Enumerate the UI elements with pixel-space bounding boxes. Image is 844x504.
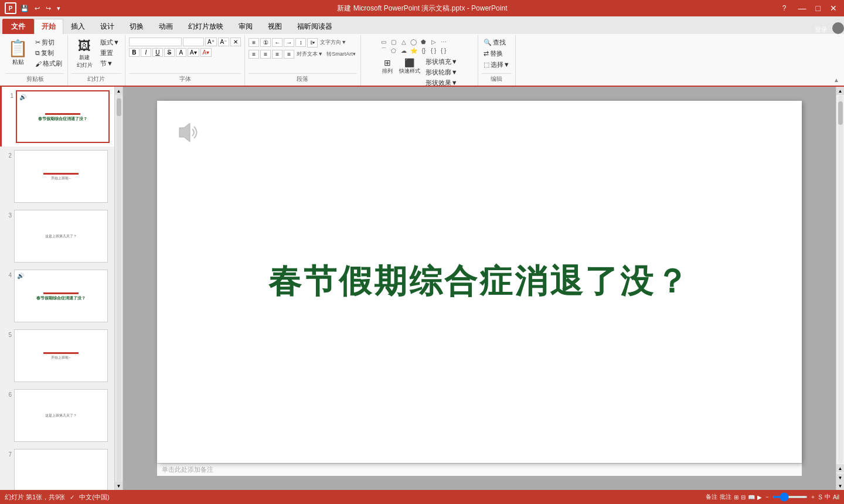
tab-review[interactable]: 审阅 bbox=[231, 19, 260, 34]
shape-item[interactable]: ⭐ bbox=[409, 46, 418, 55]
tab-insert[interactable]: 插入 bbox=[63, 19, 93, 34]
shape-effects-btn[interactable]: 形状效果▼ bbox=[424, 78, 460, 87]
slide-thumb-2[interactable]: 2 开始上班啦~ bbox=[0, 147, 122, 206]
undo-quick-btn[interactable]: ↩ bbox=[33, 4, 42, 13]
tab-file[interactable]: 文件 bbox=[2, 19, 34, 34]
font-size-input[interactable] bbox=[183, 38, 204, 46]
slide-sorter-btn[interactable]: ⊟ bbox=[741, 494, 746, 500]
align-center-btn[interactable]: ≡ bbox=[260, 50, 271, 59]
shape-item[interactable]: ⬟ bbox=[419, 38, 428, 46]
tab-design[interactable]: 设计 bbox=[93, 19, 122, 34]
right-scroll-thumb[interactable] bbox=[838, 101, 843, 125]
right-scroll-next[interactable]: ▼ bbox=[836, 474, 845, 482]
slide-audio-icon[interactable] bbox=[175, 118, 203, 152]
normal-view-btn[interactable]: ⊞ bbox=[734, 494, 738, 500]
tab-view[interactable]: 视图 bbox=[260, 19, 290, 34]
section-button[interactable]: 节▼ bbox=[98, 59, 121, 69]
shape-item[interactable]: ⋯ bbox=[439, 38, 448, 46]
align-text-btn[interactable]: 对齐文本▼ bbox=[295, 49, 324, 59]
notes-status-btn[interactable]: 备注 bbox=[706, 493, 717, 501]
strikethrough-btn[interactable]: S bbox=[164, 48, 175, 57]
slide-canvas[interactable]: 春节假期综合症消退了没？ bbox=[157, 101, 802, 463]
close-btn[interactable]: ✕ bbox=[828, 4, 839, 13]
text-direction-btn[interactable]: 文字方向▼ bbox=[319, 38, 348, 47]
collapse-ribbon-btn[interactable]: ▲ bbox=[833, 77, 839, 83]
align-left-btn[interactable]: ≡ bbox=[249, 50, 259, 59]
shape-item[interactable]: { } bbox=[429, 46, 438, 55]
right-scroll-up[interactable]: ▲ bbox=[836, 87, 845, 95]
right-scroll-down[interactable]: ▼ bbox=[836, 482, 845, 490]
char-spacing-btn[interactable]: A▾ bbox=[188, 48, 199, 57]
shape-item[interactable]: { } bbox=[439, 46, 448, 55]
shape-item[interactable]: ⬠ bbox=[389, 46, 399, 55]
reading-view-btn[interactable]: 📖 bbox=[748, 494, 755, 500]
tab-transitions[interactable]: 切换 bbox=[122, 19, 151, 34]
select-button[interactable]: ⬚ 选择▼ bbox=[482, 60, 512, 70]
slide-panel-scroll-down[interactable]: ▼ bbox=[115, 482, 123, 490]
increase-font-btn[interactable]: A⁺ bbox=[205, 38, 217, 46]
zoom-in-btn[interactable]: ＋ bbox=[810, 493, 816, 501]
tab-animations[interactable]: 动画 bbox=[151, 19, 181, 34]
user-avatar[interactable] bbox=[832, 22, 844, 34]
notes-bar[interactable]: 单击此处添加备注 bbox=[157, 463, 802, 476]
convert-smartart-btn[interactable]: 转SmartArt▾ bbox=[325, 49, 357, 59]
paste-button[interactable]: 📋 粘贴 bbox=[6, 38, 30, 67]
shape-item[interactable]: ⌒ bbox=[379, 46, 389, 55]
new-slide-button[interactable]: 🖼 新建 幻灯片 bbox=[72, 38, 97, 70]
arrange-button[interactable]: ⊞ 排列 bbox=[379, 57, 396, 87]
slide-thumb-6[interactable]: 6 这是上班第几天了？ bbox=[0, 386, 122, 445]
zoom-out-btn[interactable]: － bbox=[764, 493, 770, 501]
tab-home[interactable]: 开始 bbox=[34, 19, 63, 34]
shape-item[interactable]: ☁ bbox=[399, 46, 409, 55]
slide-thumb-7[interactable]: 7 bbox=[0, 445, 122, 490]
shape-item[interactable]: {} bbox=[419, 46, 428, 55]
shape-item[interactable]: ▭ bbox=[379, 38, 389, 46]
tab-slideshow[interactable]: 幻灯片放映 bbox=[181, 19, 231, 34]
font-color-btn[interactable]: A▾ bbox=[200, 48, 212, 57]
presentation-btn[interactable]: ▶ bbox=[757, 494, 762, 500]
find-button[interactable]: 🔍 查找 bbox=[482, 38, 508, 47]
quick-styles-button[interactable]: ⬛ 快速样式 bbox=[397, 57, 422, 87]
zoom-slider[interactable] bbox=[772, 496, 808, 498]
help-btn[interactable]: ? bbox=[782, 4, 787, 12]
comments-status-btn[interactable]: 批注 bbox=[720, 493, 731, 501]
customize-quick-btn[interactable]: ▾ bbox=[55, 4, 62, 13]
italic-btn[interactable]: I bbox=[141, 48, 151, 57]
minimize-btn[interactable]: — bbox=[796, 4, 809, 13]
slide-thumb-5[interactable]: 5 开始上班啦~ bbox=[0, 326, 122, 386]
slide-panel-scroll-up[interactable]: ▲ bbox=[115, 87, 123, 95]
restore-btn[interactable]: □ bbox=[814, 4, 823, 13]
justify-btn[interactable]: ≡ bbox=[284, 50, 294, 59]
font-name-input[interactable] bbox=[129, 38, 182, 46]
shadow-btn[interactable]: A bbox=[176, 48, 186, 57]
shape-item[interactable]: ▷ bbox=[429, 38, 438, 46]
shape-outline-btn[interactable]: 形状轮廓▼ bbox=[424, 67, 460, 77]
shape-item[interactable]: ▢ bbox=[389, 38, 399, 46]
redo-quick-btn[interactable]: ↪ bbox=[44, 4, 53, 13]
line-spacing-btn[interactable]: ↕ bbox=[295, 38, 306, 47]
save-quick-btn[interactable]: 💾 bbox=[19, 4, 30, 13]
login-button[interactable]: 登录 bbox=[815, 25, 828, 34]
layout-button[interactable]: 版式▼ bbox=[98, 38, 121, 47]
right-scroll-prev[interactable]: ▲ bbox=[836, 464, 845, 472]
slide-thumb-4[interactable]: 4 🔊 春节假期综合症消退了没？ bbox=[0, 266, 122, 326]
replace-button[interactable]: ⇄ 替换 bbox=[482, 49, 505, 59]
reset-button[interactable]: 重置 bbox=[98, 48, 121, 58]
copy-button[interactable]: ⧉ 复制 bbox=[33, 48, 64, 58]
numbering-btn[interactable]: ① bbox=[260, 38, 271, 47]
bold-btn[interactable]: B bbox=[129, 48, 139, 57]
align-right-btn[interactable]: ≡ bbox=[272, 50, 283, 59]
format-painter-button[interactable]: 🖌 格式刷 bbox=[33, 59, 64, 69]
slide-thumb-3[interactable]: 3 这是上班第几天了？ bbox=[0, 206, 122, 266]
shape-item[interactable]: △ bbox=[399, 38, 409, 46]
shape-fill-btn[interactable]: 形状填充▼ bbox=[424, 57, 460, 67]
chinese-input-indicator[interactable]: 中 bbox=[825, 493, 831, 501]
bullets-btn[interactable]: ≡ bbox=[249, 38, 259, 47]
columns-btn[interactable]: ⫴▾ bbox=[307, 38, 318, 47]
decrease-indent-btn[interactable]: ← bbox=[272, 38, 283, 47]
underline-btn[interactable]: U bbox=[152, 48, 163, 57]
decrease-font-btn[interactable]: A⁻ bbox=[218, 38, 230, 46]
slide-thumb-1[interactable]: 1 🔊 春节假期综合症消退了没？ bbox=[0, 87, 122, 147]
shape-item[interactable]: ◯ bbox=[409, 38, 418, 46]
cut-button[interactable]: ✂ 剪切 bbox=[33, 38, 64, 47]
